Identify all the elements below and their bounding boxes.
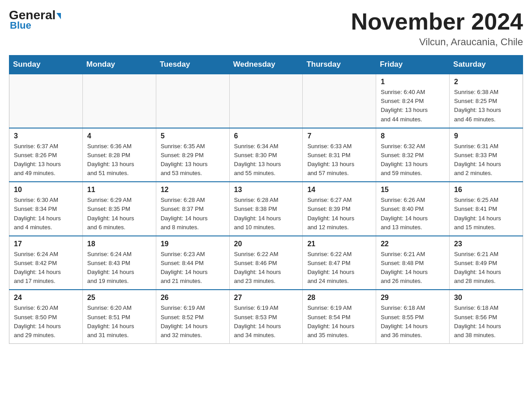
calendar-cell: 22Sunrise: 6:21 AM Sunset: 8:48 PM Dayli…	[376, 236, 450, 290]
day-info: Sunrise: 6:22 AM Sunset: 8:47 PM Dayligh…	[307, 250, 371, 286]
calendar-cell: 12Sunrise: 6:28 AM Sunset: 8:37 PM Dayli…	[156, 182, 229, 236]
calendar-week-1: 1Sunrise: 6:40 AM Sunset: 8:24 PM Daylig…	[9, 74, 523, 128]
day-info: Sunrise: 6:30 AM Sunset: 8:34 PM Dayligh…	[14, 196, 78, 232]
day-number: 20	[234, 240, 298, 248]
col-header-sunday: Sunday	[9, 56, 83, 74]
day-number: 25	[87, 294, 151, 302]
day-info: Sunrise: 6:20 AM Sunset: 8:51 PM Dayligh…	[87, 304, 151, 340]
day-info: Sunrise: 6:29 AM Sunset: 8:35 PM Dayligh…	[87, 196, 151, 232]
calendar-cell: 30Sunrise: 6:18 AM Sunset: 8:56 PM Dayli…	[450, 290, 523, 343]
calendar-cell: 13Sunrise: 6:28 AM Sunset: 8:38 PM Dayli…	[229, 182, 303, 236]
day-info: Sunrise: 6:24 AM Sunset: 8:42 PM Dayligh…	[14, 250, 78, 286]
day-info: Sunrise: 6:19 AM Sunset: 8:52 PM Dayligh…	[161, 304, 225, 340]
calendar-cell	[82, 74, 156, 128]
calendar-cell: 20Sunrise: 6:22 AM Sunset: 8:46 PM Dayli…	[229, 236, 303, 290]
day-info: Sunrise: 6:31 AM Sunset: 8:33 PM Dayligh…	[454, 142, 518, 178]
title-area: November 2024 Vilcun, Araucania, Chile	[351, 9, 523, 48]
day-info: Sunrise: 6:33 AM Sunset: 8:31 PM Dayligh…	[307, 142, 371, 178]
month-title: November 2024	[351, 9, 523, 34]
calendar-week-5: 24Sunrise: 6:20 AM Sunset: 8:50 PM Dayli…	[9, 290, 523, 343]
calendar-week-2: 3Sunrise: 6:37 AM Sunset: 8:26 PM Daylig…	[9, 128, 523, 182]
day-info: Sunrise: 6:25 AM Sunset: 8:41 PM Dayligh…	[454, 196, 518, 232]
logo: General Blue	[9, 9, 61, 31]
calendar-cell: 16Sunrise: 6:25 AM Sunset: 8:41 PM Dayli…	[450, 182, 523, 236]
day-number: 24	[14, 294, 78, 302]
calendar-cell: 21Sunrise: 6:22 AM Sunset: 8:47 PM Dayli…	[303, 236, 376, 290]
day-info: Sunrise: 6:23 AM Sunset: 8:44 PM Dayligh…	[161, 250, 225, 286]
day-number: 6	[234, 132, 298, 140]
day-info: Sunrise: 6:34 AM Sunset: 8:30 PM Dayligh…	[234, 142, 298, 178]
day-info: Sunrise: 6:36 AM Sunset: 8:28 PM Dayligh…	[87, 142, 151, 178]
day-number: 19	[161, 240, 225, 248]
day-info: Sunrise: 6:40 AM Sunset: 8:24 PM Dayligh…	[381, 88, 445, 124]
day-number: 12	[161, 186, 225, 194]
day-info: Sunrise: 6:18 AM Sunset: 8:55 PM Dayligh…	[381, 304, 445, 340]
calendar-week-4: 17Sunrise: 6:24 AM Sunset: 8:42 PM Dayli…	[9, 236, 523, 290]
day-number: 16	[454, 186, 518, 194]
day-number: 9	[454, 132, 518, 140]
calendar-cell: 15Sunrise: 6:26 AM Sunset: 8:40 PM Dayli…	[376, 182, 450, 236]
day-number: 26	[161, 294, 225, 302]
calendar-cell: 11Sunrise: 6:29 AM Sunset: 8:35 PM Dayli…	[82, 182, 156, 236]
calendar-cell: 4Sunrise: 6:36 AM Sunset: 8:28 PM Daylig…	[82, 128, 156, 182]
day-info: Sunrise: 6:22 AM Sunset: 8:46 PM Dayligh…	[234, 250, 298, 286]
day-info: Sunrise: 6:20 AM Sunset: 8:50 PM Dayligh…	[14, 304, 78, 340]
day-info: Sunrise: 6:28 AM Sunset: 8:37 PM Dayligh…	[161, 196, 225, 232]
day-number: 21	[307, 240, 371, 248]
day-number: 27	[234, 294, 298, 302]
calendar-cell	[156, 74, 229, 128]
logo-triangle-icon	[56, 13, 61, 19]
calendar-cell: 24Sunrise: 6:20 AM Sunset: 8:50 PM Dayli…	[9, 290, 83, 343]
calendar-cell	[9, 74, 83, 128]
day-info: Sunrise: 6:37 AM Sunset: 8:26 PM Dayligh…	[14, 142, 78, 178]
calendar-cell: 14Sunrise: 6:27 AM Sunset: 8:39 PM Dayli…	[303, 182, 376, 236]
calendar-cell: 2Sunrise: 6:38 AM Sunset: 8:25 PM Daylig…	[450, 74, 523, 128]
calendar-cell: 29Sunrise: 6:18 AM Sunset: 8:55 PM Dayli…	[376, 290, 450, 343]
day-number: 10	[14, 186, 78, 194]
day-number: 2	[454, 78, 518, 86]
day-number: 17	[14, 240, 78, 248]
calendar-header-row: SundayMondayTuesdayWednesdayThursdayFrid…	[9, 56, 523, 74]
calendar-cell: 7Sunrise: 6:33 AM Sunset: 8:31 PM Daylig…	[303, 128, 376, 182]
day-number: 4	[87, 132, 151, 140]
day-info: Sunrise: 6:24 AM Sunset: 8:43 PM Dayligh…	[87, 250, 151, 286]
day-number: 29	[381, 294, 445, 302]
col-header-saturday: Saturday	[450, 56, 523, 74]
day-number: 28	[307, 294, 371, 302]
calendar-cell: 25Sunrise: 6:20 AM Sunset: 8:51 PM Dayli…	[82, 290, 156, 343]
calendar-cell: 3Sunrise: 6:37 AM Sunset: 8:26 PM Daylig…	[9, 128, 83, 182]
calendar-cell: 19Sunrise: 6:23 AM Sunset: 8:44 PM Dayli…	[156, 236, 229, 290]
calendar-table: SundayMondayTuesdayWednesdayThursdayFrid…	[9, 55, 523, 344]
logo-blue: Blue	[10, 20, 31, 31]
day-number: 23	[454, 240, 518, 248]
calendar-cell: 18Sunrise: 6:24 AM Sunset: 8:43 PM Dayli…	[82, 236, 156, 290]
day-info: Sunrise: 6:27 AM Sunset: 8:39 PM Dayligh…	[307, 196, 371, 232]
day-number: 7	[307, 132, 371, 140]
col-header-friday: Friday	[376, 56, 450, 74]
day-number: 30	[454, 294, 518, 302]
day-info: Sunrise: 6:32 AM Sunset: 8:32 PM Dayligh…	[381, 142, 445, 178]
calendar-week-3: 10Sunrise: 6:30 AM Sunset: 8:34 PM Dayli…	[9, 182, 523, 236]
day-number: 22	[381, 240, 445, 248]
calendar-cell: 10Sunrise: 6:30 AM Sunset: 8:34 PM Dayli…	[9, 182, 83, 236]
day-info: Sunrise: 6:21 AM Sunset: 8:48 PM Dayligh…	[381, 250, 445, 286]
calendar-cell: 5Sunrise: 6:35 AM Sunset: 8:29 PM Daylig…	[156, 128, 229, 182]
day-number: 3	[14, 132, 78, 140]
day-number: 18	[87, 240, 151, 248]
page-header: General Blue November 2024 Vilcun, Arauc…	[9, 9, 523, 48]
day-info: Sunrise: 6:21 AM Sunset: 8:49 PM Dayligh…	[454, 250, 518, 286]
calendar-cell: 27Sunrise: 6:19 AM Sunset: 8:53 PM Dayli…	[229, 290, 303, 343]
day-info: Sunrise: 6:26 AM Sunset: 8:40 PM Dayligh…	[381, 196, 445, 232]
calendar-cell: 28Sunrise: 6:19 AM Sunset: 8:54 PM Dayli…	[303, 290, 376, 343]
calendar-cell: 9Sunrise: 6:31 AM Sunset: 8:33 PM Daylig…	[450, 128, 523, 182]
calendar-cell: 6Sunrise: 6:34 AM Sunset: 8:30 PM Daylig…	[229, 128, 303, 182]
day-number: 15	[381, 186, 445, 194]
calendar-cell	[229, 74, 303, 128]
day-info: Sunrise: 6:35 AM Sunset: 8:29 PM Dayligh…	[161, 142, 225, 178]
col-header-wednesday: Wednesday	[229, 56, 303, 74]
calendar-cell: 17Sunrise: 6:24 AM Sunset: 8:42 PM Dayli…	[9, 236, 83, 290]
day-number: 13	[234, 186, 298, 194]
location-title: Vilcun, Araucania, Chile	[351, 36, 523, 48]
calendar-cell: 8Sunrise: 6:32 AM Sunset: 8:32 PM Daylig…	[376, 128, 450, 182]
day-info: Sunrise: 6:19 AM Sunset: 8:53 PM Dayligh…	[234, 304, 298, 340]
